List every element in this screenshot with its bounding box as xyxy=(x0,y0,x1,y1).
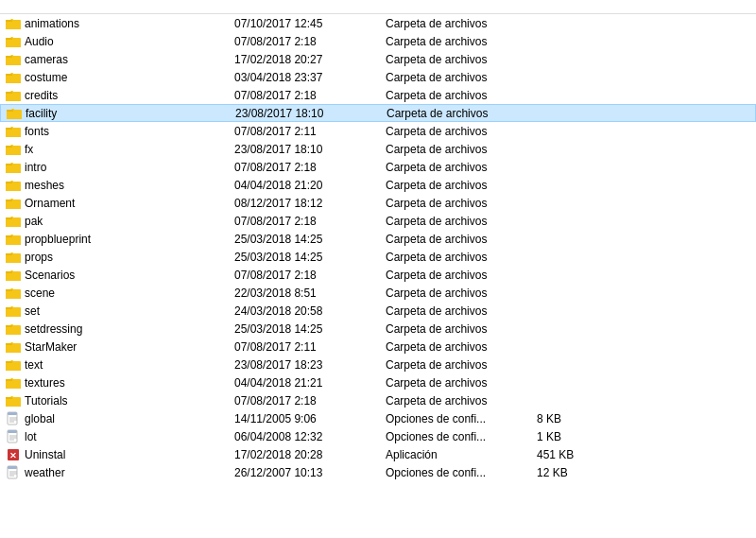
table-row[interactable]: ✕ Uninstal 17/02/2018 20:28 Aplicación 4… xyxy=(0,445,756,463)
svg-rect-17 xyxy=(7,110,13,112)
table-row[interactable]: credits 07/08/2017 2:18 Carpeta de archi… xyxy=(0,86,756,104)
file-date: 26/12/2007 10:13 xyxy=(227,466,378,479)
file-date: 24/03/2018 20:58 xyxy=(227,304,378,318)
file-size: 451 KB xyxy=(529,448,605,461)
svg-rect-59 xyxy=(6,361,12,363)
table-row[interactable]: lot 06/04/2008 12:32 Opciones de confi..… xyxy=(0,427,756,445)
table-row[interactable]: fx 23/08/2017 18:10 Carpeta de archivos xyxy=(0,140,756,158)
file-name: Audio xyxy=(0,35,227,48)
folder-icon xyxy=(6,322,21,335)
svg-rect-67 xyxy=(8,412,17,415)
file-date: 04/04/2018 21:21 xyxy=(227,376,378,390)
folder-icon xyxy=(6,161,21,173)
table-row[interactable]: meshes 04/04/2018 21:20 Carpeta de archi… xyxy=(0,176,756,194)
svg-rect-14 xyxy=(6,92,12,94)
file-type: Carpeta de archivos xyxy=(378,340,529,354)
file-type: Carpeta de archivos xyxy=(378,304,529,318)
svg-rect-26 xyxy=(6,164,12,165)
file-date: 07/10/2017 12:45 xyxy=(227,17,378,30)
file-date: 08/12/2017 18:12 xyxy=(227,197,378,210)
svg-rect-32 xyxy=(6,200,12,201)
file-date: 07/08/2017 2:11 xyxy=(227,340,378,354)
folder-icon xyxy=(6,340,21,353)
file-type: Carpeta de archivos xyxy=(378,358,529,372)
file-date: 07/08/2017 2:18 xyxy=(227,215,378,228)
file-type: Carpeta de archivos xyxy=(378,215,529,228)
table-row[interactable]: textures 04/04/2018 21:21 Carpeta de arc… xyxy=(0,373,756,391)
folder-icon xyxy=(6,71,21,83)
file-name: weather xyxy=(0,465,227,480)
file-name: propblueprint xyxy=(0,233,227,246)
table-header xyxy=(0,0,756,14)
file-type: Opciones de confi... xyxy=(378,466,529,479)
file-name: intro xyxy=(0,161,227,174)
folder-icon xyxy=(6,197,21,209)
table-row[interactable]: scene 22/03/2018 8:51 Carpeta de archivo… xyxy=(0,284,756,302)
table-row[interactable]: set 24/03/2018 20:58 Carpeta de archivos xyxy=(0,302,756,320)
svg-text:✕: ✕ xyxy=(9,451,17,460)
table-row[interactable]: costume 03/04/2018 23:37 Carpeta de arch… xyxy=(0,68,756,86)
file-name: Tutorials xyxy=(0,394,227,408)
table-row[interactable]: facility 23/08/2017 18:10 Carpeta de arc… xyxy=(0,104,756,122)
folder-icon xyxy=(6,358,21,371)
table-row[interactable]: Tutorials 07/08/2017 2:18 Carpeta de arc… xyxy=(0,391,756,409)
table-row[interactable]: props 25/03/2018 14:25 Carpeta de archiv… xyxy=(0,248,756,266)
file-name: fx xyxy=(0,143,227,156)
file-name: lot xyxy=(0,429,227,444)
file-type: Carpeta de archivos xyxy=(378,125,529,138)
svg-rect-20 xyxy=(6,128,12,130)
table-row[interactable]: text 23/08/2017 18:23 Carpeta de archivo… xyxy=(0,356,756,373)
col-date-header[interactable] xyxy=(227,4,378,9)
file-size: 1 KB xyxy=(529,430,605,443)
table-row[interactable]: intro 07/08/2017 2:18 Carpeta de archivo… xyxy=(0,158,756,176)
table-row[interactable]: global 14/11/2005 9:06 Opciones de confi… xyxy=(0,409,756,427)
file-name: set xyxy=(0,304,227,318)
svg-rect-41 xyxy=(6,253,12,255)
col-type-header[interactable] xyxy=(378,4,529,9)
file-type: Carpeta de archivos xyxy=(378,286,529,300)
file-name: meshes xyxy=(0,179,227,192)
table-row[interactable]: StarMaker 07/08/2017 2:11 Carpeta de arc… xyxy=(0,338,756,356)
table-row[interactable]: setdressing 25/03/2018 14:25 Carpeta de … xyxy=(0,320,756,338)
file-date: 17/02/2018 20:28 xyxy=(227,448,378,461)
file-size: 12 KB xyxy=(529,466,605,479)
folder-icon xyxy=(6,233,21,245)
svg-rect-29 xyxy=(6,182,12,183)
table-row[interactable]: Scenarios 07/08/2017 2:18 Carpeta de arc… xyxy=(0,266,756,284)
config-file-icon xyxy=(6,411,21,426)
col-name-header[interactable] xyxy=(0,4,227,9)
file-type: Carpeta de archivos xyxy=(378,394,529,408)
file-name: scene xyxy=(0,286,227,300)
folder-icon xyxy=(6,286,21,299)
file-name: props xyxy=(0,251,227,264)
table-row[interactable]: animations 07/10/2017 12:45 Carpeta de a… xyxy=(0,14,756,32)
file-date: 25/03/2018 14:25 xyxy=(227,233,378,246)
file-name: pak xyxy=(0,215,227,228)
file-date: 07/08/2017 2:18 xyxy=(227,269,378,282)
file-size: 8 KB xyxy=(529,412,605,425)
file-name: Scenarios xyxy=(0,269,227,282)
file-date: 04/04/2018 21:20 xyxy=(227,179,378,192)
table-row[interactable]: weather 26/12/2007 10:13 Opciones de con… xyxy=(0,463,756,481)
file-type: Carpeta de archivos xyxy=(378,17,529,30)
file-type: Carpeta de archivos xyxy=(378,35,529,48)
table-row[interactable]: cameras 17/02/2018 20:27 Carpeta de arch… xyxy=(0,50,756,68)
file-date: 03/04/2018 23:37 xyxy=(227,71,378,84)
file-date: 14/11/2005 9:06 xyxy=(227,412,378,425)
table-row[interactable]: fonts 07/08/2017 2:11 Carpeta de archivo… xyxy=(0,122,756,140)
svg-rect-11 xyxy=(6,74,12,76)
table-row[interactable]: pak 07/08/2017 2:18 Carpeta de archivos xyxy=(0,212,756,230)
table-row[interactable]: propblueprint 25/03/2018 14:25 Carpeta d… xyxy=(0,230,756,248)
folder-icon xyxy=(6,17,21,29)
table-row[interactable]: Audio 07/08/2017 2:18 Carpeta de archivo… xyxy=(0,32,756,50)
col-size-header[interactable] xyxy=(529,4,605,9)
table-row[interactable]: Ornament 08/12/2017 18:12 Carpeta de arc… xyxy=(0,194,756,212)
file-date: 07/08/2017 2:18 xyxy=(227,394,378,408)
folder-icon xyxy=(6,304,21,317)
svg-rect-5 xyxy=(6,38,12,40)
file-list: animations 07/10/2017 12:45 Carpeta de a… xyxy=(0,14,756,481)
svg-rect-35 xyxy=(6,217,12,219)
file-date: 23/08/2017 18:23 xyxy=(227,358,378,372)
file-name: setdressing xyxy=(0,322,227,336)
file-name: costume xyxy=(0,71,227,84)
